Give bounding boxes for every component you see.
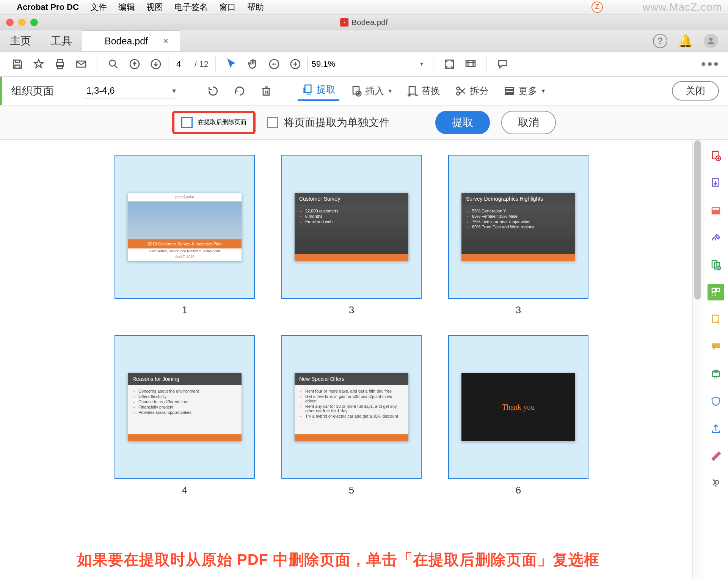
- sign-icon[interactable]: [708, 229, 724, 246]
- page-total-label: / 12: [195, 59, 209, 69]
- tab-close-icon[interactable]: ×: [163, 36, 168, 46]
- notifications-bell-icon[interactable]: 🔔: [678, 34, 693, 48]
- close-organize-button[interactable]: 关闭: [672, 81, 719, 101]
- rotate-left-button[interactable]: [203, 83, 223, 99]
- email-icon[interactable]: [72, 55, 90, 73]
- tab-active-label: Bodea.pdf: [105, 36, 148, 47]
- fit-page-icon[interactable]: [440, 55, 458, 73]
- hand-tool-icon[interactable]: [244, 55, 262, 73]
- zoom-in-icon[interactable]: [286, 55, 304, 73]
- edit-pdf-icon[interactable]: [708, 202, 724, 218]
- main-toolbar: / 12 •••: [0, 52, 728, 77]
- comment-icon[interactable]: [494, 55, 512, 73]
- svg-rect-19: [505, 90, 513, 92]
- page-display-icon[interactable]: [461, 55, 480, 73]
- more-tools-icon[interactable]: •••: [701, 55, 720, 73]
- next-page-icon[interactable]: [147, 55, 165, 73]
- zoom-select[interactable]: [308, 57, 426, 71]
- create-pdf-icon[interactable]: [708, 147, 724, 164]
- combine-files-icon[interactable]: [708, 256, 724, 273]
- svg-rect-11: [466, 60, 475, 66]
- page-thumbnail[interactable]: Thank you6: [448, 335, 588, 496]
- page-number-input[interactable]: [168, 57, 189, 71]
- menu-help[interactable]: 帮助: [247, 2, 264, 13]
- page-thumbnail[interactable]: point2point2018 Customer Survey & Incent…: [115, 155, 255, 316]
- thumbnail-page-number: 6: [516, 484, 521, 496]
- more-button[interactable]: 更多▾: [499, 82, 549, 99]
- page-thumbnail[interactable]: Reasons for JoiningConcerns about the en…: [115, 335, 255, 496]
- window-titlebar: ▪ Bodea.pdf: [0, 14, 728, 30]
- find-icon[interactable]: [104, 55, 122, 73]
- tab-active[interactable]: Bodea.pdf ×: [82, 30, 180, 51]
- rotate-right-button[interactable]: [230, 83, 249, 99]
- separate-files-group: 将页面提取为单独文件: [267, 115, 390, 130]
- scan-ocr-icon[interactable]: [708, 366, 724, 382]
- svg-rect-12: [305, 85, 311, 93]
- prev-page-icon[interactable]: [126, 55, 144, 73]
- menu-esign[interactable]: 电子签名: [174, 2, 208, 13]
- app-name[interactable]: Acrobat Pro DC: [17, 2, 79, 12]
- send-comments-icon[interactable]: [708, 311, 724, 328]
- window-minimize-button[interactable]: [18, 19, 26, 26]
- separate-files-label: 将页面提取为单独文件: [284, 115, 390, 130]
- extract-confirm-button[interactable]: 提取: [435, 111, 490, 134]
- export-pdf-icon[interactable]: [708, 174, 724, 191]
- svg-rect-29: [712, 288, 715, 292]
- traffic-lights: [0, 19, 38, 26]
- page-thumbnail[interactable]: Survey Demographics Highlights55% Genera…: [448, 155, 588, 316]
- split-button[interactable]: 拆分: [451, 82, 493, 99]
- svg-rect-25: [712, 211, 720, 214]
- tab-row: 主页 工具 Bodea.pdf × ? 🔔: [0, 30, 728, 52]
- menu-window[interactable]: 窗口: [219, 2, 236, 13]
- organize-pages-icon[interactable]: [708, 284, 724, 300]
- replace-button[interactable]: 替换: [402, 82, 444, 99]
- selection-tool-icon[interactable]: [223, 55, 241, 73]
- right-tools-rail: [703, 140, 728, 580]
- organize-pages-toolbar: 组织页面 提取 插入▾ 替换 拆分 更多▾ 关闭: [0, 77, 728, 105]
- window-close-button[interactable]: [6, 19, 14, 26]
- menu-view[interactable]: 视图: [146, 2, 163, 13]
- help-icon[interactable]: ?: [653, 34, 667, 48]
- extract-button[interactable]: 提取: [298, 81, 339, 101]
- insert-button[interactable]: 插入▾: [346, 82, 395, 99]
- redact-icon[interactable]: [708, 448, 724, 464]
- instruction-caption: 如果要在提取时从原始 PDF 中删除页面，单击「在提取后删除页面」复选框: [0, 549, 676, 570]
- svg-point-5: [109, 60, 115, 66]
- extract-cancel-button[interactable]: 取消: [501, 111, 556, 134]
- window-maximize-button[interactable]: [30, 19, 38, 26]
- insert-label: 插入: [365, 85, 384, 97]
- svg-point-16: [457, 87, 460, 90]
- svg-rect-18: [505, 87, 513, 89]
- delete-after-checkbox[interactable]: [181, 117, 193, 128]
- account-avatar-icon[interactable]: [704, 34, 718, 48]
- extract-options-bar: 在提取后删除页面 将页面提取为单独文件 提取 取消: [0, 105, 728, 140]
- more-label: 更多: [518, 85, 537, 97]
- menu-file[interactable]: 文件: [90, 2, 107, 13]
- comment-tool-icon[interactable]: [708, 338, 724, 355]
- svg-point-17: [457, 92, 460, 95]
- pdf-file-icon: ▪: [340, 18, 348, 27]
- thumbnails-scrollbar[interactable]: [692, 140, 702, 579]
- svg-rect-15: [409, 86, 415, 94]
- delete-after-label: 在提取后删除页面: [198, 118, 246, 126]
- menu-edit[interactable]: 编辑: [118, 2, 135, 13]
- page-thumbnail[interactable]: Customer Survey22,000 customers6 monthsE…: [281, 155, 422, 316]
- share-icon[interactable]: [708, 420, 724, 437]
- save-icon[interactable]: [8, 55, 27, 73]
- page-range-input[interactable]: [83, 83, 178, 99]
- organize-title: 组织页面: [11, 84, 54, 98]
- more-tools-rail-icon[interactable]: [708, 475, 724, 492]
- protect-icon[interactable]: [708, 393, 724, 410]
- zoom-out-icon[interactable]: [265, 55, 283, 73]
- delete-after-highlight: 在提取后删除页面: [172, 111, 256, 134]
- thumbnail-page-number: 1: [182, 304, 187, 316]
- nav-home[interactable]: 主页: [0, 30, 41, 51]
- nav-tools[interactable]: 工具: [41, 30, 82, 51]
- window-title-text: Bodea.pdf: [351, 18, 388, 27]
- page-thumbnail[interactable]: New Special OffersRent four or more days…: [281, 335, 422, 496]
- star-icon[interactable]: [30, 55, 48, 73]
- print-icon[interactable]: [51, 55, 69, 73]
- separate-files-checkbox[interactable]: [267, 117, 278, 128]
- thumbnail-page-number: 3: [349, 304, 354, 316]
- delete-page-button[interactable]: [256, 83, 276, 99]
